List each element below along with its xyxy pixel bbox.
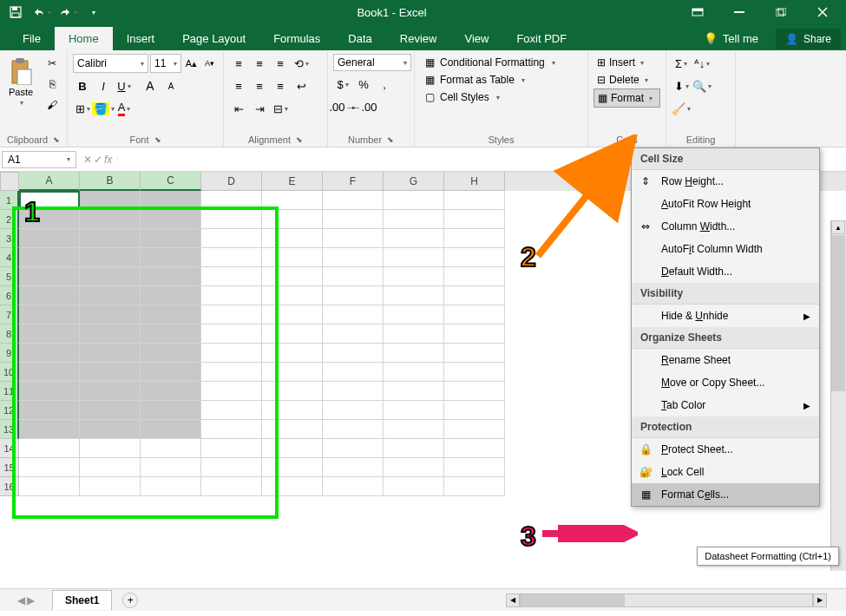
cell[interactable] <box>262 229 323 248</box>
cell[interactable] <box>80 191 141 210</box>
cell[interactable] <box>444 286 505 305</box>
cell[interactable] <box>262 191 323 210</box>
cell[interactable] <box>323 267 384 286</box>
cell[interactable] <box>444 401 505 420</box>
cell[interactable] <box>262 248 323 267</box>
cell[interactable] <box>201 191 262 210</box>
cell[interactable] <box>201 229 262 248</box>
save-icon[interactable] <box>3 2 28 23</box>
tab-page-layout[interactable]: Page Layout <box>168 27 259 50</box>
cell[interactable] <box>141 363 201 382</box>
align-bottom-icon[interactable]: ≡ <box>271 54 290 73</box>
cell[interactable] <box>19 401 80 420</box>
cell[interactable] <box>141 286 201 305</box>
delete-cells-button[interactable]: ⊟Delete▾ <box>594 71 660 88</box>
dialog-launcher-icon[interactable]: ⬊ <box>154 135 161 144</box>
cell[interactable] <box>141 267 201 286</box>
italic-button[interactable]: I <box>94 76 113 95</box>
autosum-icon[interactable]: Σ▾ <box>672 54 691 73</box>
cell[interactable] <box>384 458 444 477</box>
fill-icon[interactable]: ⬇▾ <box>672 76 691 95</box>
cell[interactable] <box>80 210 141 229</box>
cell[interactable] <box>141 382 201 401</box>
cell[interactable] <box>323 286 384 305</box>
cell[interactable] <box>201 248 262 267</box>
format-painter-icon[interactable]: 🖌 <box>42 95 62 115</box>
undo-icon[interactable]: ▾ <box>30 2 54 23</box>
fx-icon[interactable]: fx <box>104 154 112 166</box>
cell[interactable] <box>19 229 80 248</box>
cell[interactable] <box>19 382 80 401</box>
col-header[interactable]: G <box>384 172 444 191</box>
cell[interactable] <box>323 363 384 382</box>
cell[interactable] <box>201 210 262 229</box>
next-sheet-icon[interactable]: ▶ <box>27 594 35 606</box>
insert-cells-button[interactable]: ⊞Insert▾ <box>594 54 660 71</box>
tab-foxit[interactable]: Foxit PDF <box>502 27 580 50</box>
orientation-icon[interactable]: ⟲▾ <box>292 54 311 73</box>
cell[interactable] <box>19 477 80 496</box>
sheet-tab[interactable]: Sheet1 <box>52 590 112 610</box>
cell[interactable] <box>201 382 262 401</box>
row-header[interactable]: 3 <box>0 229 19 248</box>
minimize-icon[interactable] <box>719 2 759 23</box>
cell[interactable] <box>384 286 444 305</box>
cell[interactable] <box>323 229 384 248</box>
cell[interactable] <box>19 286 80 305</box>
accounting-icon[interactable]: $▾ <box>333 75 352 94</box>
row-header[interactable]: 14 <box>0 439 19 458</box>
menu-col-width[interactable]: ⇔Column Width... <box>632 215 819 238</box>
cell[interactable] <box>19 420 80 439</box>
tab-home[interactable]: Home <box>55 27 113 50</box>
cell[interactable] <box>80 458 141 477</box>
cell[interactable] <box>323 344 384 363</box>
cell[interactable] <box>262 382 323 401</box>
cell[interactable] <box>384 439 444 458</box>
col-header[interactable]: H <box>444 172 505 191</box>
cell[interactable] <box>323 210 384 229</box>
merge-center-icon[interactable]: ⊟▾ <box>271 99 290 118</box>
align-middle-icon[interactable]: ≡ <box>250 54 269 73</box>
row-header[interactable]: 5 <box>0 267 19 286</box>
menu-protect-sheet[interactable]: 🔒Protect Sheet... <box>632 438 819 461</box>
cell-styles-button[interactable]: ▢Cell Styles▾ <box>420 88 582 106</box>
dialog-launcher-icon[interactable]: ⬊ <box>53 135 60 144</box>
cell[interactable] <box>384 229 444 248</box>
cell[interactable] <box>201 363 262 382</box>
cell[interactable] <box>201 439 262 458</box>
cell[interactable] <box>262 458 323 477</box>
menu-autofit-row[interactable]: AutoFit Row Height <box>632 193 819 215</box>
share-button[interactable]: 👤Share <box>776 29 841 49</box>
underline-button[interactable]: U▾ <box>115 76 134 95</box>
cell[interactable] <box>141 401 201 420</box>
cell[interactable] <box>384 363 444 382</box>
row-header[interactable]: 8 <box>0 324 19 344</box>
menu-move-copy[interactable]: Move or Copy Sheet... <box>632 371 819 394</box>
cell[interactable] <box>141 191 201 210</box>
decrease-font-size-icon[interactable]: A <box>161 76 180 95</box>
menu-default-width[interactable]: Default Width... <box>632 260 819 283</box>
cell[interactable] <box>19 458 80 477</box>
cell[interactable] <box>80 305 141 324</box>
cell[interactable] <box>444 324 505 344</box>
cell[interactable] <box>80 382 141 401</box>
col-header[interactable]: A <box>19 172 80 191</box>
col-header[interactable]: C <box>141 172 201 191</box>
menu-row-height[interactable]: ⇕Row Height... <box>632 170 819 193</box>
cell[interactable] <box>201 305 262 324</box>
cell[interactable] <box>80 229 141 248</box>
row-header[interactable]: 2 <box>0 210 19 229</box>
cell[interactable] <box>323 477 384 496</box>
cell[interactable] <box>444 305 505 324</box>
horizontal-scrollbar[interactable]: ◀ ▶ <box>506 593 827 607</box>
cell[interactable] <box>384 477 444 496</box>
cell[interactable] <box>141 344 201 363</box>
enter-icon[interactable]: ✓ <box>94 154 102 166</box>
cell[interactable] <box>384 382 444 401</box>
cell[interactable] <box>262 286 323 305</box>
menu-lock-cell[interactable]: 🔐Lock Cell <box>632 461 819 483</box>
name-box[interactable]: A1▾ <box>2 151 76 168</box>
menu-rename-sheet[interactable]: Rename Sheet <box>632 349 819 371</box>
cell[interactable] <box>384 344 444 363</box>
cell[interactable] <box>19 363 80 382</box>
